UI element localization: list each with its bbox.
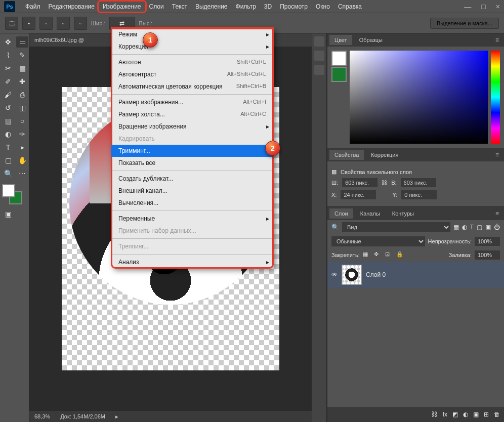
menu-item-создать-дубликат-[interactable]: Создать дубликат... xyxy=(111,173,273,185)
blend-mode-select[interactable]: Обычные xyxy=(331,236,425,246)
layer-row[interactable]: 👁 Слой 0 xyxy=(327,262,504,288)
panel-fg-color[interactable] xyxy=(331,51,347,66)
minimize-button[interactable]: — xyxy=(464,3,471,11)
tab-layers[interactable]: Слои xyxy=(329,208,353,219)
eraser-tool[interactable]: ◫ xyxy=(16,102,28,113)
menu-item-переменные[interactable]: Переменные xyxy=(111,213,273,225)
layer-thumbnail[interactable] xyxy=(342,265,362,285)
new-selection-icon[interactable]: ▪ xyxy=(22,17,35,30)
filter-pixel-icon[interactable]: ▦ xyxy=(453,224,459,231)
menu-item-вращение-изображения[interactable]: Вращение изображения xyxy=(111,120,273,133)
blur-tool[interactable]: ○ xyxy=(16,115,28,126)
color-swatches[interactable] xyxy=(2,184,22,204)
brush-tool[interactable]: 🖌 xyxy=(2,89,14,100)
panel-menu-icon[interactable]: ≡ xyxy=(492,36,502,44)
tab-swatches[interactable]: Образцы xyxy=(354,35,388,45)
menu-окно[interactable]: Окно xyxy=(312,2,334,12)
layer-name[interactable]: Слой 0 xyxy=(366,271,386,278)
healing-brush-tool[interactable]: ✚ xyxy=(16,76,28,87)
tab-color[interactable]: Цвет xyxy=(329,35,352,45)
lasso-tool[interactable]: ⌇ xyxy=(2,50,14,61)
filter-type-icon[interactable]: T xyxy=(470,224,474,231)
menu-item-вычисления-[interactable]: Вычисления... xyxy=(111,197,273,209)
menu-item-показать-все[interactable]: Показать все xyxy=(111,157,273,169)
panel-bg-color[interactable] xyxy=(331,67,347,82)
opacity-input[interactable] xyxy=(475,237,500,246)
add-selection-icon[interactable]: ▫ xyxy=(39,17,53,30)
menu-3d[interactable]: 3D xyxy=(260,2,276,12)
clone-stamp-tool[interactable]: ⎙ xyxy=(16,89,28,100)
intersect-selection-icon[interactable]: ▫ xyxy=(74,17,87,30)
menu-item-автотон[interactable]: АвтотонShift+Ctrl+L xyxy=(111,56,273,68)
pen-tool[interactable]: ✑ xyxy=(16,129,28,140)
filter-shape-icon[interactable]: ▢ xyxy=(477,224,482,231)
move-tool[interactable]: ✥ xyxy=(2,36,14,48)
tab-adjustments[interactable]: Коррекция xyxy=(366,150,403,160)
type-tool[interactable]: T xyxy=(2,142,14,153)
quick-select-tool[interactable]: ✎ xyxy=(16,50,28,61)
menu-слои[interactable]: Слои xyxy=(145,2,168,12)
menu-редактирование[interactable]: Редактирование xyxy=(45,2,99,12)
select-and-mask-button[interactable]: Выделение и маска... xyxy=(430,18,499,29)
visibility-icon[interactable]: 👁 xyxy=(331,271,338,278)
marquee-tool[interactable]: ▭ xyxy=(16,36,28,48)
marquee-tool-icon[interactable]: ⬚ xyxy=(5,17,18,30)
crop-tool[interactable]: ✂ xyxy=(2,63,14,74)
properties-icon[interactable] xyxy=(314,51,324,61)
shape-tool[interactable]: ▢ xyxy=(2,155,14,166)
menu-item-коррекция[interactable]: Коррекция xyxy=(111,40,273,53)
history-brush-tool[interactable]: ↺ xyxy=(2,102,14,113)
hue-slider[interactable] xyxy=(491,51,500,144)
new-layer-icon[interactable]: ⊞ xyxy=(484,411,489,418)
link-icon[interactable]: ⛓ xyxy=(382,180,387,186)
menu-item-размер-изображения-[interactable]: Размер изображения...Alt+Ctrl+I xyxy=(111,96,273,108)
layer-mask-icon[interactable]: ◩ xyxy=(452,411,458,418)
delete-layer-icon[interactable]: 🗑 xyxy=(494,411,500,418)
lock-artboard-icon[interactable]: ⊡ xyxy=(385,251,393,259)
menu-item-автоматическая-цветовая-коррекция[interactable]: Автоматическая цветовая коррекцияShift+C… xyxy=(111,80,273,93)
status-chevron-icon[interactable]: ▸ xyxy=(115,413,118,420)
width-input[interactable] xyxy=(342,178,377,187)
menu-item-автоконтраст[interactable]: АвтоконтрастAlt+Shift+Ctrl+L xyxy=(111,68,273,80)
maximize-button[interactable]: □ xyxy=(481,3,485,11)
foreground-color[interactable] xyxy=(2,184,15,197)
hand-tool[interactable]: ✋ xyxy=(16,155,28,166)
menu-item-анализ[interactable]: Анализ xyxy=(111,256,273,268)
menu-просмотр[interactable]: Просмотр xyxy=(276,2,312,12)
panel-menu-icon[interactable]: ≡ xyxy=(492,151,502,158)
frame-tool[interactable]: ▦ xyxy=(16,63,28,74)
menu-изображение[interactable]: Изображение xyxy=(99,2,145,12)
fill-input[interactable] xyxy=(475,250,500,260)
adjustment-layer-icon[interactable]: ◐ xyxy=(463,411,468,418)
zoom-tool[interactable]: 🔍 xyxy=(2,168,14,179)
menu-текст[interactable]: Текст xyxy=(168,2,191,12)
zoom-level[interactable]: 68,3% xyxy=(34,413,50,419)
menu-файл[interactable]: Файл xyxy=(21,2,45,12)
lock-pixels-icon[interactable]: ▦ xyxy=(363,251,371,259)
menu-фильтр[interactable]: Фильтр xyxy=(232,2,260,12)
lock-all-icon[interactable]: 🔒 xyxy=(396,251,404,259)
filter-smart-icon[interactable]: ▣ xyxy=(485,224,491,231)
menu-справка[interactable]: Справка xyxy=(334,2,366,12)
filter-adjust-icon[interactable]: ◐ xyxy=(462,224,467,231)
lock-position-icon[interactable]: ✜ xyxy=(374,251,382,259)
menu-item-размер-холста-[interactable]: Размер холста...Alt+Ctrl+C xyxy=(111,108,273,120)
edit-toolbar[interactable]: ⋯ xyxy=(16,168,28,179)
kind-filter-select[interactable]: Вид xyxy=(342,222,450,232)
tab-channels[interactable]: Каналы xyxy=(355,208,385,219)
path-select-tool[interactable]: ▸ xyxy=(16,142,28,153)
eyedropper-tool[interactable]: ✐ xyxy=(2,76,14,87)
group-icon[interactable]: ▣ xyxy=(473,411,479,418)
filter-toggle-icon[interactable]: ⏻ xyxy=(494,224,500,231)
subtract-selection-icon[interactable]: ▫ xyxy=(57,17,70,30)
menu-выделение[interactable]: Выделение xyxy=(191,2,232,12)
height-input[interactable] xyxy=(401,178,436,187)
color-field[interactable] xyxy=(350,51,488,144)
menu-item-режим[interactable]: Режим xyxy=(111,28,273,40)
info-icon[interactable] xyxy=(314,65,324,75)
tab-paths[interactable]: Контуры xyxy=(387,208,419,219)
menu-item-тримминг-[interactable]: Тримминг... xyxy=(111,145,273,157)
history-icon[interactable] xyxy=(314,36,324,47)
x-input[interactable] xyxy=(341,190,376,199)
y-input[interactable] xyxy=(401,190,437,199)
